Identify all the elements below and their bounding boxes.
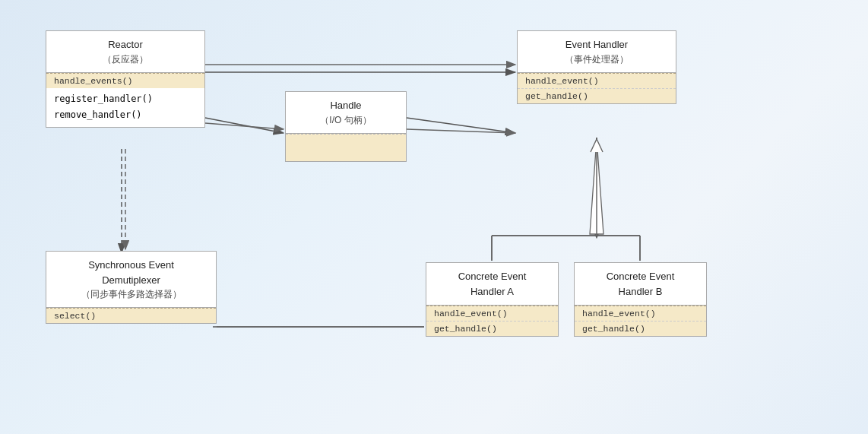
concrete-a-name: Concrete EventHandler A bbox=[436, 269, 549, 299]
concrete-a-method-1: handle_event() bbox=[426, 306, 558, 322]
reactor-name: Reactor bbox=[55, 37, 195, 52]
concrete-a-methods: handle_event() get_handle() bbox=[426, 306, 558, 336]
concrete-b-header: Concrete EventHandler B bbox=[575, 263, 706, 306]
concrete-a-header: Concrete EventHandler A bbox=[426, 263, 558, 306]
concrete-b-name: Concrete EventHandler B bbox=[584, 269, 697, 299]
svg-line-17 bbox=[205, 123, 284, 129]
concrete-b-method-1: handle_event() bbox=[575, 306, 706, 322]
sync-demux-box: Synchronous EventDemutiplexer （同步事件多路选择器… bbox=[46, 251, 217, 324]
reactor-box: Reactor （反应器） handle_events() register_h… bbox=[46, 30, 205, 128]
reactor-method-2: register_handler() bbox=[54, 91, 197, 108]
event-handler-name: Event Handler bbox=[527, 37, 667, 52]
event-handler-box: Event Handler （事件处理器） handle_event() get… bbox=[517, 30, 676, 104]
sync-demux-header: Synchronous EventDemutiplexer （同步事件多路选择器… bbox=[46, 252, 216, 308]
reactor-method-1: handle_events() bbox=[46, 74, 204, 88]
concrete-a-method-2: get_handle() bbox=[426, 322, 558, 336]
event-handler-subtitle: （事件处理器） bbox=[527, 52, 667, 66]
reactor-method-3: remove_handler() bbox=[54, 107, 197, 124]
handle-methods-area bbox=[286, 134, 406, 161]
sync-demux-methods: select() bbox=[46, 308, 216, 323]
reactor-subtitle: （反应器） bbox=[55, 52, 195, 66]
reactor-header: Reactor （反应器） bbox=[46, 31, 204, 73]
concrete-b-method-2: get_handle() bbox=[575, 322, 706, 336]
diagram-container: Reactor （反应器） handle_events() register_h… bbox=[0, 0, 868, 434]
event-handler-method-1: handle_event() bbox=[518, 74, 676, 89]
sync-demux-subtitle: （同步事件多路选择器） bbox=[55, 287, 207, 301]
event-handler-header: Event Handler （事件处理器） bbox=[518, 31, 676, 73]
svg-line-5 bbox=[407, 118, 515, 133]
event-handler-method-2: get_handle() bbox=[518, 89, 676, 103]
svg-marker-23 bbox=[590, 139, 603, 234]
reactor-methods-plain: register_handler() remove_handler() bbox=[46, 88, 204, 127]
sync-demux-name: Synchronous EventDemutiplexer bbox=[55, 258, 207, 287]
handle-subtitle: （I/O 句柄） bbox=[295, 113, 397, 127]
concrete-a-box: Concrete EventHandler A handle_event() g… bbox=[426, 262, 559, 337]
event-handler-methods: handle_event() get_handle() bbox=[518, 73, 676, 103]
sync-demux-method-1: select() bbox=[46, 309, 216, 323]
concrete-b-box: Concrete EventHandler B handle_event() g… bbox=[574, 262, 707, 337]
svg-line-4 bbox=[205, 118, 284, 133]
handle-box: Handle （I/O 句柄） bbox=[285, 91, 407, 162]
concrete-b-methods: handle_event() get_handle() bbox=[575, 306, 706, 336]
reactor-methods-highlighted: handle_events() bbox=[46, 73, 204, 88]
handle-name: Handle bbox=[295, 98, 397, 113]
handle-header: Handle （I/O 句柄） bbox=[286, 92, 406, 134]
svg-line-18 bbox=[407, 129, 515, 133]
